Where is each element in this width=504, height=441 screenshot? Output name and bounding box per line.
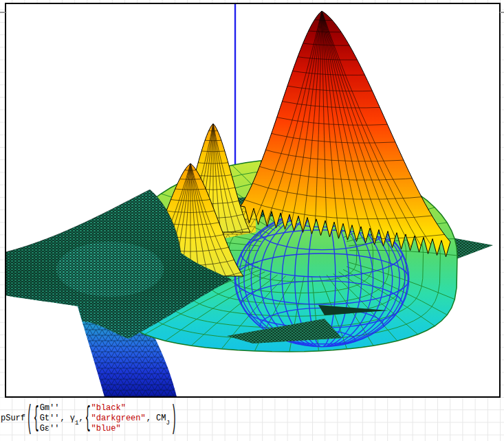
matrix-arg: Gt'' (40, 414, 60, 424)
gamma-argument: , γ1, (60, 414, 83, 423)
color-arg: "blue" (91, 424, 145, 434)
matrix-arg: Gm'' (40, 403, 60, 414)
matrix-brace: { (34, 405, 39, 432)
colors-brace: { (85, 405, 91, 432)
color-arg: "black" (91, 403, 145, 414)
close-paren: ) (171, 403, 177, 434)
worksheet: pSurf ( { Gm'' Gt'' Gε'' , γ1, { "black"… (0, 0, 504, 441)
matrix-args: Gm'' Gt'' Gε'' (40, 403, 60, 434)
region-marker-left (0, 12, 6, 13)
psurf-expression[interactable]: pSurf ( { Gm'' Gt'' Gε'' , γ1, { "black"… (1, 400, 177, 437)
matrix-arg: Gε'' (40, 424, 60, 434)
open-paren: ( (27, 403, 32, 434)
colormap-argument: , CMJ (146, 414, 170, 423)
surface-plot-region[interactable] (0, 0, 504, 441)
region-marker-right (500, 12, 504, 13)
function-name: pSurf (1, 414, 25, 423)
color-arg: "darkgreen" (91, 414, 145, 424)
color-args: "black" "darkgreen" "blue" (91, 403, 145, 434)
